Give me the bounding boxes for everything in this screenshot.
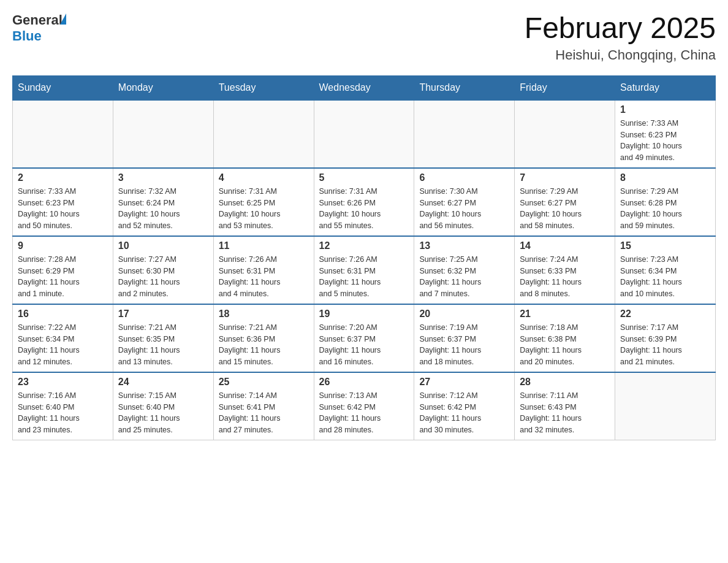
logo-blue: Blue bbox=[12, 28, 66, 44]
day-number: 7 bbox=[520, 172, 610, 183]
day-number: 20 bbox=[419, 308, 509, 320]
day-number: 14 bbox=[520, 240, 610, 251]
month-title: February 2025 bbox=[525, 12, 716, 45]
calendar-day-header: Thursday bbox=[414, 75, 515, 100]
calendar-week-row: 9Sunrise: 7:28 AM Sunset: 6:29 PM Daylig… bbox=[13, 236, 716, 304]
day-info: Sunrise: 7:11 AM Sunset: 6:43 PM Dayligh… bbox=[520, 390, 610, 436]
calendar-cell: 17Sunrise: 7:21 AM Sunset: 6:35 PM Dayli… bbox=[113, 304, 213, 372]
day-number: 25 bbox=[219, 377, 309, 388]
location-title: Heishui, Chongqing, China bbox=[525, 47, 716, 63]
calendar-cell: 14Sunrise: 7:24 AM Sunset: 6:33 PM Dayli… bbox=[515, 236, 615, 304]
day-info: Sunrise: 7:33 AM Sunset: 6:23 PM Dayligh… bbox=[18, 186, 108, 232]
day-number: 18 bbox=[219, 308, 309, 320]
day-number: 5 bbox=[319, 172, 409, 183]
day-info: Sunrise: 7:26 AM Sunset: 6:31 PM Dayligh… bbox=[219, 254, 309, 300]
calendar-cell: 21Sunrise: 7:18 AM Sunset: 6:38 PM Dayli… bbox=[515, 304, 615, 372]
day-info: Sunrise: 7:30 AM Sunset: 6:27 PM Dayligh… bbox=[419, 186, 509, 232]
calendar-cell: 27Sunrise: 7:12 AM Sunset: 6:42 PM Dayli… bbox=[414, 372, 515, 440]
day-number: 21 bbox=[520, 308, 610, 320]
day-number: 17 bbox=[118, 308, 208, 320]
calendar-cell: 5Sunrise: 7:31 AM Sunset: 6:26 PM Daylig… bbox=[314, 168, 414, 236]
day-number: 8 bbox=[620, 172, 710, 183]
day-info: Sunrise: 7:21 AM Sunset: 6:35 PM Dayligh… bbox=[118, 322, 208, 368]
day-info: Sunrise: 7:20 AM Sunset: 6:37 PM Dayligh… bbox=[319, 322, 409, 368]
day-info: Sunrise: 7:19 AM Sunset: 6:37 PM Dayligh… bbox=[419, 322, 509, 368]
calendar-day-header: Friday bbox=[515, 75, 615, 100]
day-number: 22 bbox=[620, 308, 710, 320]
calendar-cell bbox=[414, 100, 515, 168]
calendar-day-header: Saturday bbox=[615, 75, 716, 100]
calendar-day-header: Wednesday bbox=[314, 75, 414, 100]
calendar-cell: 8Sunrise: 7:29 AM Sunset: 6:28 PM Daylig… bbox=[615, 168, 716, 236]
calendar-cell: 2Sunrise: 7:33 AM Sunset: 6:23 PM Daylig… bbox=[13, 168, 113, 236]
day-number: 3 bbox=[118, 172, 208, 183]
day-number: 26 bbox=[319, 377, 409, 388]
logo: General Blue bbox=[12, 12, 66, 44]
calendar-day-header: Tuesday bbox=[213, 75, 314, 100]
day-number: 15 bbox=[620, 240, 710, 251]
calendar-cell bbox=[113, 100, 213, 168]
day-info: Sunrise: 7:18 AM Sunset: 6:38 PM Dayligh… bbox=[520, 322, 610, 368]
calendar-week-row: 1Sunrise: 7:33 AM Sunset: 6:23 PM Daylig… bbox=[13, 100, 716, 168]
calendar-header-row: SundayMondayTuesdayWednesdayThursdayFrid… bbox=[13, 75, 716, 100]
day-number: 24 bbox=[118, 377, 208, 388]
day-number: 10 bbox=[118, 240, 208, 251]
day-number: 16 bbox=[18, 308, 108, 320]
day-number: 23 bbox=[18, 377, 108, 388]
calendar-cell: 6Sunrise: 7:30 AM Sunset: 6:27 PM Daylig… bbox=[414, 168, 515, 236]
day-info: Sunrise: 7:13 AM Sunset: 6:42 PM Dayligh… bbox=[319, 390, 409, 436]
calendar-cell bbox=[13, 100, 113, 168]
calendar-cell: 24Sunrise: 7:15 AM Sunset: 6:40 PM Dayli… bbox=[113, 372, 213, 440]
day-info: Sunrise: 7:26 AM Sunset: 6:31 PM Dayligh… bbox=[319, 254, 409, 300]
logo-general: General bbox=[12, 12, 63, 28]
logo-arrow-icon bbox=[60, 13, 66, 25]
day-number: 27 bbox=[419, 377, 509, 388]
day-info: Sunrise: 7:27 AM Sunset: 6:30 PM Dayligh… bbox=[118, 254, 208, 300]
calendar-cell: 3Sunrise: 7:32 AM Sunset: 6:24 PM Daylig… bbox=[113, 168, 213, 236]
calendar-week-row: 16Sunrise: 7:22 AM Sunset: 6:34 PM Dayli… bbox=[13, 304, 716, 372]
calendar-cell bbox=[615, 372, 716, 440]
day-info: Sunrise: 7:22 AM Sunset: 6:34 PM Dayligh… bbox=[18, 322, 108, 368]
calendar-cell: 16Sunrise: 7:22 AM Sunset: 6:34 PM Dayli… bbox=[13, 304, 113, 372]
calendar-cell: 19Sunrise: 7:20 AM Sunset: 6:37 PM Dayli… bbox=[314, 304, 414, 372]
calendar-week-row: 23Sunrise: 7:16 AM Sunset: 6:40 PM Dayli… bbox=[13, 372, 716, 440]
day-number: 11 bbox=[219, 240, 309, 251]
day-number: 4 bbox=[219, 172, 309, 183]
calendar-cell: 13Sunrise: 7:25 AM Sunset: 6:32 PM Dayli… bbox=[414, 236, 515, 304]
calendar-cell: 4Sunrise: 7:31 AM Sunset: 6:25 PM Daylig… bbox=[213, 168, 314, 236]
calendar-cell bbox=[314, 100, 414, 168]
day-info: Sunrise: 7:31 AM Sunset: 6:25 PM Dayligh… bbox=[219, 186, 309, 232]
calendar-cell: 25Sunrise: 7:14 AM Sunset: 6:41 PM Dayli… bbox=[213, 372, 314, 440]
day-info: Sunrise: 7:16 AM Sunset: 6:40 PM Dayligh… bbox=[18, 390, 108, 436]
calendar-cell: 20Sunrise: 7:19 AM Sunset: 6:37 PM Dayli… bbox=[414, 304, 515, 372]
day-info: Sunrise: 7:15 AM Sunset: 6:40 PM Dayligh… bbox=[118, 390, 208, 436]
day-info: Sunrise: 7:29 AM Sunset: 6:28 PM Dayligh… bbox=[620, 186, 710, 232]
day-number: 2 bbox=[18, 172, 108, 183]
day-info: Sunrise: 7:33 AM Sunset: 6:23 PM Dayligh… bbox=[620, 118, 710, 164]
page-header: General Blue February 2025 Heishui, Chon… bbox=[12, 12, 716, 63]
day-number: 9 bbox=[18, 240, 108, 251]
day-info: Sunrise: 7:21 AM Sunset: 6:36 PM Dayligh… bbox=[219, 322, 309, 368]
calendar-week-row: 2Sunrise: 7:33 AM Sunset: 6:23 PM Daylig… bbox=[13, 168, 716, 236]
calendar-cell bbox=[213, 100, 314, 168]
calendar-day-header: Monday bbox=[113, 75, 213, 100]
day-info: Sunrise: 7:24 AM Sunset: 6:33 PM Dayligh… bbox=[520, 254, 610, 300]
calendar-cell: 10Sunrise: 7:27 AM Sunset: 6:30 PM Dayli… bbox=[113, 236, 213, 304]
calendar-cell: 23Sunrise: 7:16 AM Sunset: 6:40 PM Dayli… bbox=[13, 372, 113, 440]
day-number: 13 bbox=[419, 240, 509, 251]
calendar-day-header: Sunday bbox=[13, 75, 113, 100]
calendar-table: SundayMondayTuesdayWednesdayThursdayFrid… bbox=[12, 75, 716, 440]
calendar-cell: 1Sunrise: 7:33 AM Sunset: 6:23 PM Daylig… bbox=[615, 100, 716, 168]
calendar-cell: 28Sunrise: 7:11 AM Sunset: 6:43 PM Dayli… bbox=[515, 372, 615, 440]
day-info: Sunrise: 7:31 AM Sunset: 6:26 PM Dayligh… bbox=[319, 186, 409, 232]
day-info: Sunrise: 7:12 AM Sunset: 6:42 PM Dayligh… bbox=[419, 390, 509, 436]
calendar-cell: 22Sunrise: 7:17 AM Sunset: 6:39 PM Dayli… bbox=[615, 304, 716, 372]
day-number: 1 bbox=[620, 104, 710, 115]
day-info: Sunrise: 7:23 AM Sunset: 6:34 PM Dayligh… bbox=[620, 254, 710, 300]
calendar-cell: 11Sunrise: 7:26 AM Sunset: 6:31 PM Dayli… bbox=[213, 236, 314, 304]
calendar-cell: 26Sunrise: 7:13 AM Sunset: 6:42 PM Dayli… bbox=[314, 372, 414, 440]
day-number: 12 bbox=[319, 240, 409, 251]
day-info: Sunrise: 7:28 AM Sunset: 6:29 PM Dayligh… bbox=[18, 254, 108, 300]
day-number: 6 bbox=[419, 172, 509, 183]
day-info: Sunrise: 7:14 AM Sunset: 6:41 PM Dayligh… bbox=[219, 390, 309, 436]
